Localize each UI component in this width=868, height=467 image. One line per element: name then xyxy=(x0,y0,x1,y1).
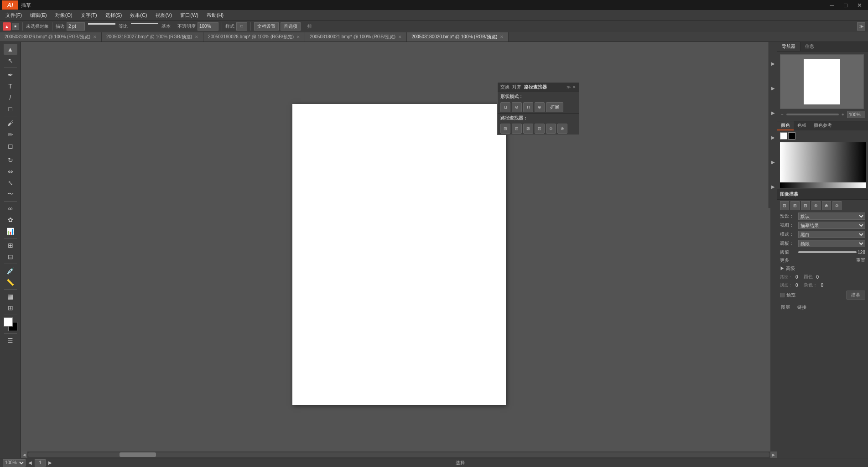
symbol-tool[interactable]: ✿ xyxy=(4,214,17,225)
crop-icon[interactable]: ⊡ xyxy=(535,124,545,134)
merge-icon[interactable]: ⊠ xyxy=(523,124,533,134)
type-tool[interactable]: T xyxy=(4,81,17,92)
paintbrush-tool[interactable]: 🖌 xyxy=(4,118,17,129)
doc-settings-button[interactable]: 文档设置 xyxy=(254,22,279,31)
pf-expand-icon[interactable]: ≫ xyxy=(567,85,571,89)
tab-2-close[interactable]: ✕ xyxy=(296,35,300,39)
selection-tool-icon[interactable]: ▲ xyxy=(3,22,11,31)
minus-front-icon[interactable]: ⊖ xyxy=(512,102,522,112)
pen-tool[interactable]: ✒ xyxy=(4,69,17,80)
direct-selection-tool[interactable]: ↖ xyxy=(4,55,17,66)
color-gradient-area[interactable] xyxy=(780,142,866,188)
panel-arrow-4[interactable]: ▶ xyxy=(770,134,776,140)
tab-3-close[interactable]: ✕ xyxy=(398,35,402,39)
outline-icon[interactable]: ⊘ xyxy=(546,124,556,134)
color-gradient-bar-bottom[interactable] xyxy=(780,182,866,188)
tab-1[interactable]: 200503180027.bmp* @ 100% (RGB/预览) ✕ xyxy=(102,32,203,42)
swatches-tab[interactable]: 色板 xyxy=(794,121,810,130)
pf-close-icon[interactable]: ✕ xyxy=(572,85,576,89)
intersect-icon[interactable]: ⊓ xyxy=(523,102,533,112)
hscrollbar[interactable]: ◀ ▶ xyxy=(21,451,777,458)
trace-icon-6[interactable]: ⊘ xyxy=(832,201,842,210)
pf-tab-align[interactable]: 对齐 xyxy=(512,84,521,90)
zoom-out-icon[interactable]: － xyxy=(780,111,785,118)
tab-1-close[interactable]: ✕ xyxy=(195,35,198,39)
menu-select[interactable]: 选择(S) xyxy=(102,10,126,20)
nav-zoom-slider[interactable] xyxy=(786,114,839,115)
line-tool[interactable]: / xyxy=(4,92,17,103)
pf-tab-pathfinder[interactable]: 路径查找器 xyxy=(524,84,547,90)
exclude-icon[interactable]: ⊕ xyxy=(535,102,545,112)
mode-select[interactable]: 黑白 xyxy=(798,231,865,238)
panel-arrow-1[interactable]: ▶ xyxy=(770,60,776,67)
panel-arrow-2[interactable]: ▶ xyxy=(770,85,776,91)
minimize-button[interactable]: ─ xyxy=(825,0,839,10)
screen-mode-button[interactable]: ☰ xyxy=(4,335,17,346)
panel-arrow-5[interactable]: ▶ xyxy=(770,159,776,165)
trace-icon-5[interactable]: ⊗ xyxy=(822,201,831,210)
maximize-button[interactable]: □ xyxy=(839,0,852,10)
color-ref-tab[interactable]: 颜色参考 xyxy=(810,121,836,130)
close-button[interactable]: ✕ xyxy=(852,0,866,10)
pf-tab-swap[interactable]: 交换 xyxy=(500,84,509,90)
menu-file[interactable]: 文件(F) xyxy=(2,10,26,20)
canvas-area[interactable]: ▲ ▼ xyxy=(21,42,777,467)
palette-select[interactable]: 频限 xyxy=(798,240,865,247)
hscroll-right-button[interactable]: ▶ xyxy=(770,451,777,458)
menu-window[interactable]: 窗口(W) xyxy=(177,10,202,20)
column-graph-tool[interactable]: 📊 xyxy=(4,226,17,237)
expand-button[interactable]: 扩展 xyxy=(546,102,563,112)
hscroll-track[interactable] xyxy=(28,452,769,457)
trace-icon-3[interactable]: ⊟ xyxy=(801,201,810,210)
tab-4[interactable]: 200503180020.bmp* @ 100% (RGB/预览) ✕ xyxy=(407,32,509,42)
rotate-tool[interactable]: ↻ xyxy=(4,155,17,166)
measure-tool[interactable]: 📏 xyxy=(4,277,17,288)
panel-arrow-3[interactable]: ▶ xyxy=(770,109,776,116)
trim-icon[interactable]: ⊟ xyxy=(512,124,522,134)
preview-checkbox[interactable] xyxy=(780,293,785,297)
more-options-button[interactable]: ≫ xyxy=(857,22,865,31)
tab-0-close[interactable]: ✕ xyxy=(93,35,97,39)
navigator-tab[interactable]: 导航器 xyxy=(777,42,800,51)
stroke-input[interactable] xyxy=(67,22,85,31)
menu-view[interactable]: 视图(V) xyxy=(152,10,176,20)
gradient-tool[interactable]: ▦ xyxy=(4,291,17,302)
hscroll-page-prev[interactable]: ◀ xyxy=(28,460,32,465)
rect-tool[interactable]: □ xyxy=(4,104,17,114)
trace-button[interactable]: 描摹 xyxy=(846,291,865,300)
trace-icon-2[interactable]: ⊞ xyxy=(790,201,800,210)
view-select[interactable]: 描摹结果 xyxy=(798,222,865,229)
panel-arrow-6[interactable]: ▶ xyxy=(770,183,776,190)
mesh-tool[interactable]: ⊞ xyxy=(4,302,17,313)
nav-zoom-input[interactable] xyxy=(847,111,865,118)
info-tab[interactable]: 信息 xyxy=(800,42,819,51)
menu-help[interactable]: 帮助(H) xyxy=(203,10,227,20)
threshold-slider[interactable] xyxy=(798,251,851,253)
link-tab[interactable]: 链接 xyxy=(794,303,810,311)
tab-4-close[interactable]: ✕ xyxy=(500,35,504,39)
fg-color-swatch[interactable] xyxy=(4,317,13,327)
slice-tool[interactable]: ⊟ xyxy=(4,251,17,262)
selection-tool[interactable]: ▲ xyxy=(4,44,17,55)
zoom-select[interactable]: 100% xyxy=(3,459,26,467)
reset-label[interactable]: 重置 xyxy=(856,257,865,264)
tab-3[interactable]: 200503180021.bmp* @ 100% (RGB/预览) ✕ xyxy=(305,32,407,42)
tab-0[interactable]: 200503180026.bmp* @ 100% (RGB/预览) ✕ xyxy=(0,32,102,42)
map-tab[interactable]: 图层 xyxy=(777,303,794,311)
scale-tool[interactable]: ⤡ xyxy=(4,177,17,188)
white-swatch[interactable] xyxy=(780,132,787,140)
hscroll-page-next[interactable]: ▶ xyxy=(48,460,52,465)
warp-tool[interactable]: 〜 xyxy=(4,189,17,200)
fill-color-swatch[interactable]: ■ xyxy=(12,23,19,30)
menu-object[interactable]: 对象(O) xyxy=(52,10,76,20)
trace-icon-4[interactable]: ⊕ xyxy=(811,201,821,210)
unite-icon[interactable]: ⊔ xyxy=(500,102,510,112)
eyedropper-tool[interactable]: 💉 xyxy=(4,265,17,276)
color-tab[interactable]: 颜色 xyxy=(777,121,794,130)
opacity-input[interactable] xyxy=(198,22,218,31)
black-swatch[interactable] xyxy=(788,132,795,140)
tab-2[interactable]: 200503180028.bmp* @ 100% (RGB/预览) ✕ xyxy=(203,32,305,42)
page-input[interactable] xyxy=(35,459,46,467)
hscroll-left-button[interactable]: ◀ xyxy=(21,451,27,458)
divide-icon[interactable]: ⊞ xyxy=(500,124,510,134)
